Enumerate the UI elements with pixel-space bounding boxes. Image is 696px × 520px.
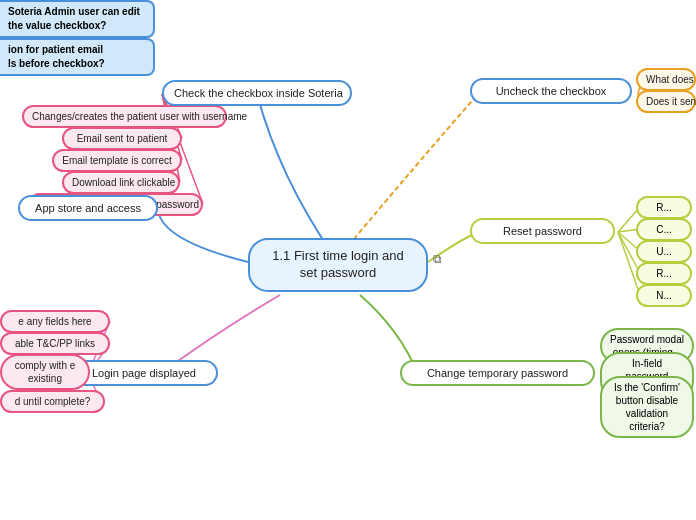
app-store-node[interactable]: App store and access	[18, 195, 158, 221]
external-link-icon[interactable]: ⧉	[433, 252, 442, 266]
login-page-node[interactable]: Login page displayed	[70, 360, 218, 386]
sub-node-email-template: Email template is correct	[52, 149, 182, 172]
login-sub1: e any fields here	[0, 310, 110, 333]
reset-sub1: R...	[636, 196, 692, 219]
reset-sub5: N...	[636, 284, 692, 307]
reset-sub3: U...	[636, 240, 692, 263]
login-sub3: comply with e existing	[0, 354, 90, 390]
uncheck-sub1: What does this do...	[636, 68, 696, 91]
sub-node-download-link: Download link clickable	[62, 171, 180, 194]
reset-password-node[interactable]: Reset password	[470, 218, 615, 244]
uncheck-sub2: Does it send and...	[636, 90, 696, 113]
login-sub2: able T&C/PP links	[0, 332, 110, 355]
change-sub3: Is the 'Confirm' button disable validati…	[600, 376, 694, 438]
check-checkbox-node[interactable]: Check the checkbox inside Soteria	[162, 80, 352, 106]
sub-node-email-sent: Email sent to patient	[62, 127, 182, 150]
svg-line-11	[618, 232, 640, 295]
login-sub4: d until complete?	[0, 390, 105, 413]
top-left-email-node: ion for patient emaills before checkbox?	[0, 38, 155, 76]
reset-sub2: C...	[636, 218, 692, 241]
reset-sub4: R...	[636, 262, 692, 285]
change-temp-password-node[interactable]: Change temporary password	[400, 360, 595, 386]
top-left-admin-node: Soteria Admin user can edit the value ch…	[0, 0, 155, 38]
center-node[interactable]: 1.1 First time login and set password	[248, 238, 428, 292]
uncheck-checkbox-node[interactable]: Uncheck the checkbox	[470, 78, 632, 104]
sub-node-creates-patient: Changes/creates the patient user with us…	[22, 105, 227, 128]
